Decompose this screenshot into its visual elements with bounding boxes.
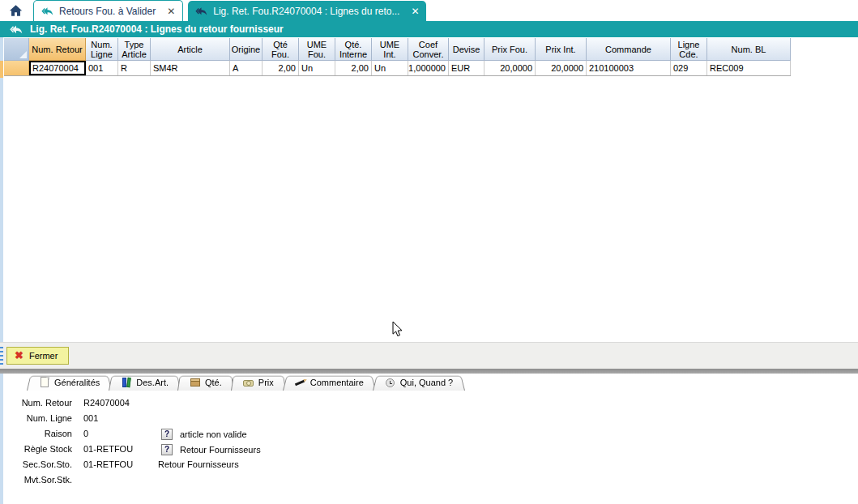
grid-cell[interactable]: Un [299,61,335,75]
grid-cell[interactable]: 001 [86,61,118,75]
window-tab[interactable]: Retours Fou. à Valider✕ [33,0,183,21]
grid-cell[interactable]: 210100003 [587,61,671,75]
grid-cell[interactable]: 2,00 [335,61,372,75]
detail-tabs: GénéralitésDes.Art.Qté.PrixCommentaireQu… [4,374,858,391]
grid-cell[interactable]: 20,0000 [484,61,536,75]
document-icon [39,377,50,388]
window-tab[interactable]: Lig. Ret. Fou.R24070004 : Lignes du reto… [188,1,426,21]
grid-cell[interactable]: R24070004 [29,61,86,75]
field-label: Raison [4,429,72,438]
tab-label: Des.Art. [136,378,169,387]
close-button[interactable]: ✖ Fermer [6,347,69,365]
column-header[interactable]: Devise [449,38,484,61]
form-row: Raison0?article non valide [4,426,858,442]
column-header[interactable]: Num. Ligne [86,38,118,61]
grid-cell[interactable]: R [118,61,151,75]
form-row: Règle Stock01-RETFOU?Retour Fournisseurs [4,442,858,457]
column-header[interactable]: Prix Fou. [484,38,536,61]
page-title: Lig. Ret. Fou.R24070004 : Lignes du reto… [30,23,284,35]
column-header[interactable]: Num. Retour [29,38,86,61]
column-header[interactable]: Commande [587,38,671,61]
money-icon [243,377,254,388]
tab-label: Qté. [205,378,222,387]
column-header[interactable]: Prix Int. [536,38,587,61]
home-button[interactable] [6,1,25,20]
grid-cell[interactable]: 1,000000 [408,61,449,75]
tab-label: Prix [258,378,274,387]
tab-qt[interactable]: Qté. [177,374,234,391]
field-extra: ?Retour Fournisseurs [161,442,261,456]
close-x-icon: ✖ [15,350,23,361]
home-icon [9,4,23,17]
grid-cell[interactable]: Un [372,61,408,75]
tab-label: Commentaire [310,378,364,387]
left-edge-strip [0,37,3,504]
column-header[interactable]: UME Int. [372,38,408,61]
column-header[interactable]: Num. BL [707,38,791,61]
table-row[interactable]: R24070004001RSM4RA2,00Un2,00Un1,000000EU… [4,61,791,76]
column-header[interactable]: Qté Fou. [263,38,299,61]
window-tabs: Retours Fou. à Valider✕Lig. Ret. Fou.R24… [28,0,426,21]
reply-icon [10,24,23,35]
field-label: Mvt.Sor.Stk. [4,475,72,485]
grid-cell[interactable]: REC009 [707,61,791,75]
column-header[interactable]: Origine [230,38,263,61]
column-header[interactable]: Article [151,38,230,61]
field-value[interactable]: R24070004 [83,398,130,408]
page-title-bar: Lig. Ret. Fou.R24070004 : Lignes du reto… [0,21,858,37]
grid-cell[interactable]: 20,0000 [536,61,587,75]
lookup-button[interactable]: ? [161,429,173,440]
detail-form: Num. RetourR24070004Num. Ligne001Raison0… [4,391,858,504]
tab-label: Généralités [54,378,100,387]
bottom-toolbar: ✖ Fermer [0,342,858,369]
grid-cell[interactable]: 029 [671,61,707,75]
field-label: Num. Ligne [4,413,72,423]
tab-label: Retours Fou. à Valider [59,6,156,17]
grid-body: R24070004001RSM4RA2,00Un2,00Un1,000000EU… [4,61,858,76]
column-header[interactable]: Qté. Interne [335,38,372,61]
form-row: Sec.Sor.Sto.01-RETFOURetour Fournisseurs [4,457,858,472]
column-header[interactable]: Ligne Cde. [671,38,707,61]
tab-prix[interactable]: Prix [231,374,286,391]
column-header[interactable]: Type Article [118,38,151,61]
field-value[interactable]: 001 [83,413,98,423]
grid-cell[interactable]: A [230,61,263,75]
tab-label: Lig. Ret. Fou.R24070004 : Lignes du reto… [213,6,399,17]
close-button-label: Fermer [29,351,58,361]
tab-des-art[interactable]: Des.Art. [109,374,181,391]
pencil-icon [295,377,306,388]
lookup-button[interactable]: ? [161,444,173,455]
field-description: Retour Fournisseurs [180,445,261,455]
grid-cell[interactable]: EUR [449,61,484,75]
field-value[interactable]: 0 [83,429,88,438]
close-tab-icon[interactable]: ✕ [411,6,419,16]
column-header[interactable]: Coef Conver. [408,38,449,61]
column-header[interactable]: UME Fou. [299,38,335,61]
grid-cell[interactable]: 2,00 [263,61,299,75]
grid-header: Num. RetourNum. LigneType ArticleArticle… [4,38,791,61]
reply-icon [41,6,53,16]
field-label: Règle Stock [4,444,72,454]
field-label: Sec.Sor.Sto. [4,459,72,469]
field-value[interactable]: 01-RETFOU [83,459,133,469]
tab-g-n-ralit-s[interactable]: Généralités [27,374,112,391]
books-icon [121,377,132,388]
tab-commentaire[interactable]: Commentaire [283,374,376,391]
grid-cell[interactable]: SM4R [151,61,230,75]
row-marker[interactable] [4,61,29,75]
field-extra: ?article non valide [161,427,247,441]
form-row: Mvt.Sor.Stk. [4,472,858,488]
field-value[interactable]: 01-RETFOU [83,444,133,454]
select-all-cell[interactable] [4,38,29,61]
close-tab-icon[interactable]: ✕ [167,6,175,16]
select-all-triangle-icon [19,51,27,58]
field-description: article non valide [180,429,247,439]
return-lines-grid: Num. RetourNum. LigneType ArticleArticle… [4,37,858,342]
box-icon [190,377,201,388]
field-label: Num. Retour [4,398,72,408]
form-row: Num. Ligne001 [4,411,858,426]
vertical-splitter-grip[interactable] [0,347,3,366]
tab-qui-quand[interactable]: Qui, Quand ? [373,374,465,391]
current-row-edge-indicator [0,61,3,78]
clock-icon [385,377,396,388]
